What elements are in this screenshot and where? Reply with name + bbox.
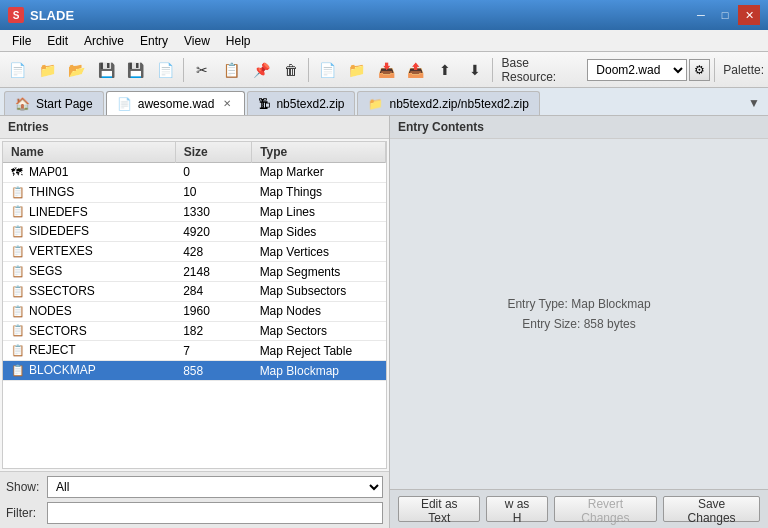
move-down-button[interactable]: ⬇ bbox=[461, 56, 489, 84]
copy-button[interactable]: 📋 bbox=[218, 56, 246, 84]
save-as-button[interactable]: 💾 bbox=[122, 56, 150, 84]
new-button[interactable]: 📄 bbox=[4, 56, 32, 84]
right-panel: Entry Contents Entry Type: Map Blockmap … bbox=[390, 116, 768, 528]
table-row[interactable]: 📋SIDEDEFS 4920 Map Sides bbox=[3, 222, 386, 242]
entry-type-icon: 📋 bbox=[11, 205, 25, 219]
base-resource-settings[interactable]: ⚙ bbox=[689, 59, 710, 81]
open-button[interactable]: 📂 bbox=[63, 56, 91, 84]
bottom-controls: Show: All Filter: bbox=[0, 471, 389, 528]
menu-edit[interactable]: Edit bbox=[39, 32, 76, 50]
entry-type-text: Entry Type: Map Blockmap bbox=[507, 297, 650, 311]
filter-input[interactable] bbox=[47, 502, 383, 524]
filter-label: Filter: bbox=[6, 506, 41, 520]
view-as-hex-button[interactable]: w as H bbox=[486, 496, 547, 522]
entry-type-icon: 📋 bbox=[11, 324, 25, 338]
tab-nb5texd2-zip-label: nb5texd2.zip bbox=[276, 97, 344, 111]
cell-name: 📋BLOCKMAP bbox=[3, 361, 175, 381]
tab-start-page[interactable]: 🏠 Start Page bbox=[4, 91, 104, 115]
table-row[interactable]: 📋THINGS 10 Map Things bbox=[3, 182, 386, 202]
nb5-icon: 🗜 bbox=[258, 97, 270, 111]
tab-overflow-button[interactable]: ▼ bbox=[744, 91, 764, 115]
entry-contents-area: Entry Type: Map Blockmap Entry Size: 858… bbox=[390, 139, 768, 489]
table-row[interactable]: 📋SSECTORS 284 Map Subsectors bbox=[3, 281, 386, 301]
tab-nb5texd2-zip-dir[interactable]: 📁 nb5texd2.zip/nb5texd2.zip bbox=[357, 91, 539, 115]
cut-button[interactable]: ✂ bbox=[188, 56, 216, 84]
entry-type-icon: 📋 bbox=[11, 186, 25, 200]
separator-4 bbox=[714, 58, 715, 82]
edit-as-text-button[interactable]: Edit as Text bbox=[398, 496, 480, 522]
base-resource-select[interactable]: Doom2.wad bbox=[587, 59, 687, 81]
table-row[interactable]: 📋VERTEXES 428 Map Vertices bbox=[3, 242, 386, 262]
tab-nb5texd2-zip[interactable]: 🗜 nb5texd2.zip bbox=[247, 91, 355, 115]
app-title: SLADE bbox=[30, 8, 690, 23]
table-row[interactable]: 📋BLOCKMAP 858 Map Blockmap bbox=[3, 361, 386, 381]
table-row[interactable]: 🗺MAP01 0 Map Marker bbox=[3, 163, 386, 183]
show-label: Show: bbox=[6, 480, 41, 494]
new-dir-button[interactable]: 📁 bbox=[343, 56, 371, 84]
cell-name: 📋SIDEDEFS bbox=[3, 222, 175, 242]
menu-file[interactable]: File bbox=[4, 32, 39, 50]
menu-archive[interactable]: Archive bbox=[76, 32, 132, 50]
entry-type-icon: 🗺 bbox=[11, 166, 25, 180]
entry-type-icon: 📋 bbox=[11, 344, 25, 358]
save-button[interactable]: 💾 bbox=[93, 56, 121, 84]
cell-name: 📋THINGS bbox=[3, 182, 175, 202]
show-select[interactable]: All bbox=[47, 476, 383, 498]
close-archive-button[interactable]: 📄 bbox=[152, 56, 180, 84]
start-page-icon: 🏠 bbox=[15, 97, 30, 111]
palette-label: Palette: bbox=[723, 63, 764, 77]
left-panel: Entries Name Size Type 🗺MAP01 0 Map Mark… bbox=[0, 116, 390, 528]
delete-button[interactable]: 🗑 bbox=[277, 56, 305, 84]
tab-awesome-wad[interactable]: 📄 awesome.wad ✕ bbox=[106, 91, 246, 115]
table-row[interactable]: 📋SEGS 2148 Map Segments bbox=[3, 262, 386, 282]
cell-type: Map Sectors bbox=[252, 321, 386, 341]
close-button[interactable]: ✕ bbox=[738, 5, 760, 25]
col-size[interactable]: Size bbox=[175, 142, 252, 163]
col-type[interactable]: Type bbox=[252, 142, 386, 163]
col-name[interactable]: Name bbox=[3, 142, 175, 163]
tab-bar: 🏠 Start Page 📄 awesome.wad ✕ 🗜 nb5texd2.… bbox=[0, 88, 768, 116]
menu-entry[interactable]: Entry bbox=[132, 32, 176, 50]
cell-type: Map Blockmap bbox=[252, 361, 386, 381]
cell-size: 10 bbox=[175, 182, 252, 202]
table-row[interactable]: 📋REJECT 7 Map Reject Table bbox=[3, 341, 386, 361]
cell-size: 7 bbox=[175, 341, 252, 361]
table-row[interactable]: 📋LINEDEFS 1330 Map Lines bbox=[3, 202, 386, 222]
entry-type-icon: 📋 bbox=[11, 265, 25, 279]
entries-table: Name Size Type 🗺MAP01 0 Map Marker 📋THIN… bbox=[3, 142, 386, 381]
cell-name: 📋SEGS bbox=[3, 262, 175, 282]
tab-awesome-wad-close[interactable]: ✕ bbox=[220, 97, 234, 110]
menu-view[interactable]: View bbox=[176, 32, 218, 50]
entries-tbody: 🗺MAP01 0 Map Marker 📋THINGS 10 Map Thing… bbox=[3, 163, 386, 381]
cell-name: 📋VERTEXES bbox=[3, 242, 175, 262]
save-changes-button[interactable]: Save Changes bbox=[663, 496, 760, 522]
new-entry-button[interactable]: 📄 bbox=[313, 56, 341, 84]
entry-type-icon: 📋 bbox=[11, 285, 25, 299]
maximize-button[interactable]: □ bbox=[714, 5, 736, 25]
table-row[interactable]: 📋SECTORS 182 Map Sectors bbox=[3, 321, 386, 341]
separator-1 bbox=[183, 58, 184, 82]
menu-bar: File Edit Archive Entry View Help bbox=[0, 30, 768, 52]
revert-changes-button[interactable]: Revert Changes bbox=[554, 496, 658, 522]
tab-start-page-label: Start Page bbox=[36, 97, 93, 111]
import-button[interactable]: 📥 bbox=[372, 56, 400, 84]
cell-type: Map Things bbox=[252, 182, 386, 202]
new-archive-button[interactable]: 📁 bbox=[34, 56, 62, 84]
cell-size: 1330 bbox=[175, 202, 252, 222]
entry-contents-header: Entry Contents bbox=[390, 116, 768, 139]
menu-help[interactable]: Help bbox=[218, 32, 259, 50]
minimize-button[interactable]: ─ bbox=[690, 5, 712, 25]
window-controls: ─ □ ✕ bbox=[690, 5, 760, 25]
table-row[interactable]: 📋NODES 1960 Map Nodes bbox=[3, 301, 386, 321]
paste-button[interactable]: 📌 bbox=[247, 56, 275, 84]
move-up-button[interactable]: ⬆ bbox=[431, 56, 459, 84]
title-bar: S SLADE ─ □ ✕ bbox=[0, 0, 768, 30]
cell-type: Map Segments bbox=[252, 262, 386, 282]
entries-table-container[interactable]: Name Size Type 🗺MAP01 0 Map Marker 📋THIN… bbox=[2, 141, 387, 469]
cell-name: 📋NODES bbox=[3, 301, 175, 321]
cell-type: Map Sides bbox=[252, 222, 386, 242]
cell-type: Map Marker bbox=[252, 163, 386, 183]
cell-type: Map Reject Table bbox=[252, 341, 386, 361]
export-button[interactable]: 📤 bbox=[402, 56, 430, 84]
cell-size: 1960 bbox=[175, 301, 252, 321]
